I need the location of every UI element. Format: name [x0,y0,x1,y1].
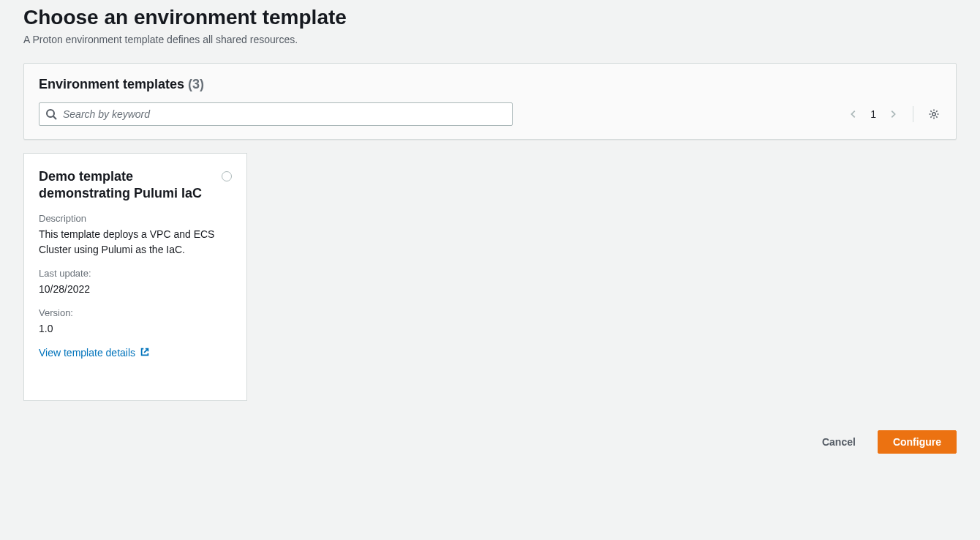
last-update-label: Last update: [39,268,232,279]
next-page-button[interactable] [886,108,900,121]
select-template-radio[interactable] [222,171,232,181]
cancel-button[interactable]: Cancel [807,430,870,454]
configure-button[interactable]: Configure [878,430,957,454]
template-card[interactable]: Demo template demonstrating Pulumi IaC D… [23,153,247,401]
panel-title-text: Environment templates [39,77,184,91]
page-title: Choose an environment template [23,0,957,29]
card-header: Demo template demonstrating Pulumi IaC [39,168,232,203]
search-input[interactable] [39,102,513,126]
card-title: Demo template demonstrating Pulumi IaC [39,168,214,203]
search-row: 1 [39,102,941,126]
version-value: 1.0 [39,321,232,337]
view-details-link[interactable]: View template details [39,347,150,359]
search-icon [45,108,57,120]
last-update-value: 10/28/2022 [39,282,232,297]
search-box [39,102,513,126]
panel-title: Environment templates (3) [39,77,204,92]
footer-actions: Cancel Configure [23,430,957,454]
svg-line-1 [53,116,56,119]
description-label: Description [39,213,232,224]
svg-point-2 [932,113,935,116]
description-value: This template deploys a VPC and ECS Clus… [39,227,232,258]
pager-divider [913,106,913,122]
settings-button[interactable] [927,107,941,121]
view-details-text: View template details [39,347,135,359]
panel-count: (3) [188,77,204,91]
pager: 1 [847,106,941,122]
svg-point-0 [47,110,54,117]
prev-page-button[interactable] [847,108,860,121]
templates-panel: Environment templates (3) 1 [23,63,957,140]
page-subtitle: A Proton environment template defines al… [23,34,957,45]
version-label: Version: [39,307,232,318]
panel-header: Environment templates (3) [39,77,941,92]
external-link-icon [140,347,150,359]
page-number: 1 [870,108,876,120]
